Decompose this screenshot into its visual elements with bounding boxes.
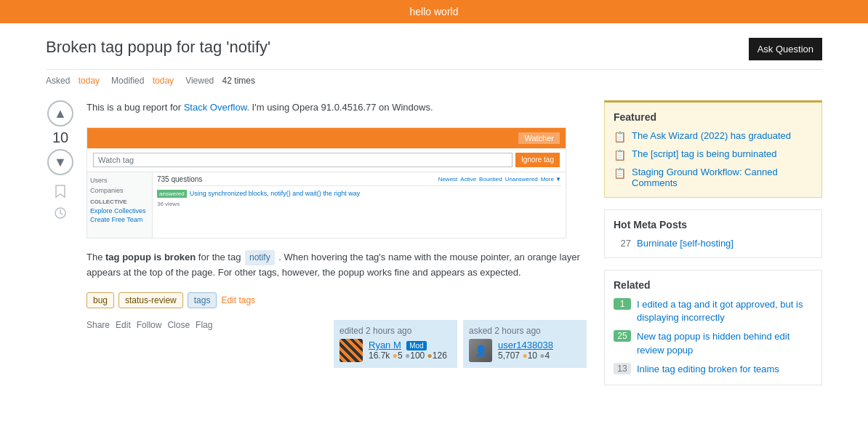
featured-list: 📋 The Ask Wizard (2022) has graduated 📋 …: [614, 130, 813, 188]
close-link[interactable]: Close: [167, 320, 190, 330]
featured-icon-3: 📋: [614, 167, 626, 179]
question-title: Broken tag popup for tag 'notify': [46, 38, 737, 57]
ss-watcher-btn[interactable]: Watcher: [518, 132, 560, 144]
related-item-3: 13 Inline tag editing broken for teams: [614, 363, 813, 376]
history-button[interactable]: [55, 207, 66, 222]
related-item-1: 1 I edited a tag and it got approved, bu…: [614, 298, 813, 324]
featured-link-1[interactable]: The Ask Wizard (2022) has graduated: [632, 130, 791, 141]
asked-user-rep: 5,707 ●10 ●4: [498, 350, 553, 361]
related-score-3: 13: [614, 363, 631, 374]
related-link-1[interactable]: I edited a tag and it got approved, but …: [637, 298, 813, 324]
question-meta: Asked today Modified today Viewed 42 tim…: [46, 76, 822, 86]
user-cards-area: edited 2 hours ago Ryan M Mod: [334, 320, 587, 368]
post-actions-area: Share Edit Follow Close Flag edited 2 ho…: [87, 320, 587, 368]
ss-left-nav: Users Companies COLLECTIVE Explore Colle…: [87, 172, 153, 238]
edit-link[interactable]: Edit: [116, 320, 131, 330]
hot-meta-box: Hot Meta Posts 27 Burninate [self-hostin…: [604, 209, 822, 258]
edited-user-rep: 16.7k ●5 ●100 ●126: [369, 350, 447, 361]
hot-meta-item-1: 27 Burninate [self-hosting]: [614, 238, 813, 249]
hot-meta-title: Hot Meta Posts: [614, 219, 813, 230]
featured-icon-2: 📋: [614, 149, 626, 161]
tags-area: bug status-review tags Edit tags: [87, 292, 587, 308]
asked-label: Asked: [46, 76, 70, 86]
modified-label: Modified: [111, 76, 144, 86]
question-body-para1: This is a bug report for Stack Overflow.…: [87, 100, 587, 116]
edit-tags-link[interactable]: Edit tags: [221, 295, 255, 305]
share-link[interactable]: Share: [87, 320, 110, 330]
tag-bug[interactable]: bug: [87, 292, 114, 308]
related-list: 1 I edited a tag and it got approved, bu…: [614, 298, 813, 376]
follow-link[interactable]: Follow: [137, 320, 162, 330]
ss-search-input[interactable]: [93, 153, 513, 167]
ask-question-button[interactable]: Ask Question: [749, 38, 822, 60]
asked-time: asked 2 hours ago: [469, 326, 581, 336]
edited-user-details: Ryan M Mod 16.7k ●5 ●100 ●126: [369, 340, 447, 361]
hot-meta-link-1[interactable]: Burninate [self-hosting]: [637, 238, 734, 249]
asked-user-details: user1438038 5,707 ●10 ●4: [498, 340, 553, 361]
ss-search-row: Ignore tag: [87, 148, 566, 172]
body-text-part1: This is a bug report for: [87, 102, 184, 113]
ss-body: Users Companies COLLECTIVE Explore Colle…: [87, 172, 566, 238]
viewed-value: 42 times: [222, 76, 255, 86]
flag-link[interactable]: Flag: [196, 320, 212, 330]
featured-link-2[interactable]: The [script] tag is being burninated: [632, 148, 776, 159]
tag-status-review[interactable]: status-review: [118, 292, 183, 308]
featured-item-3: 📋 Staging Ground Workflow: Canned Commen…: [614, 167, 813, 188]
related-score-2: 25: [614, 330, 631, 342]
asked-user-info: 👤 user1438038 5,707 ●10 ●4: [469, 339, 581, 362]
ss-follow-btn[interactable]: Ignore tag: [515, 153, 560, 167]
ss-orange-top: Watcher: [87, 128, 566, 148]
asked-user-avatar: 👤: [469, 339, 492, 362]
edited-time: edited 2 hours ago: [339, 326, 451, 336]
question-body-para2: The tag popup is broken for the tag noti…: [87, 250, 587, 281]
featured-item-2: 📋 The [script] tag is being burninated: [614, 148, 813, 161]
screenshot-image: Watcher Ignore tag Users Companies COLLE…: [87, 127, 566, 238]
tag-notify-inline: notify: [245, 250, 275, 265]
bold-text: tag popup is broken: [105, 252, 196, 262]
related-box: Related 1 I edited a tag and it got appr…: [604, 270, 822, 385]
edited-user-info: Ryan M Mod 16.7k ●5 ●100 ●126: [339, 339, 451, 362]
related-title: Related: [614, 279, 813, 291]
upvote-button[interactable]: ▲: [47, 100, 73, 127]
modified-value: today: [153, 76, 174, 86]
top-bar-title: hello world: [410, 6, 459, 17]
edited-user-name[interactable]: Ryan M: [369, 340, 401, 350]
featured-item-1: 📋 The Ask Wizard (2022) has graduated: [614, 130, 813, 143]
edited-user-card: edited 2 hours ago Ryan M Mod: [334, 320, 457, 368]
action-links: Share Edit Follow Close Flag: [87, 320, 212, 330]
tag-tags[interactable]: tags: [188, 292, 217, 308]
edited-user-avatar: [339, 339, 363, 362]
related-link-2[interactable]: New tag popup is hidden behind edit revi…: [637, 330, 813, 356]
asked-user-card: asked 2 hours ago 👤 user1438038 5,707: [463, 320, 587, 368]
related-score-1: 1: [614, 298, 631, 310]
asked-value: today: [79, 76, 100, 86]
featured-icon-1: 📋: [614, 131, 626, 143]
related-item-2: 25 New tag popup is hidden behind edit r…: [614, 330, 813, 356]
top-bar: hello world: [0, 0, 868, 23]
downvote-button[interactable]: ▼: [47, 149, 73, 175]
bookmark-button[interactable]: [55, 184, 66, 201]
vote-section: ▲ 10 ▼: [46, 100, 75, 382]
vote-count: 10: [52, 129, 68, 146]
related-link-3[interactable]: Inline tag editing broken for teams: [637, 363, 779, 376]
mod-badge: Mod: [406, 341, 426, 350]
question-content: This is a bug report for Stack Overflow.…: [87, 100, 587, 382]
featured-title: Featured: [614, 111, 813, 123]
ss-right-main: 735 questions Newest Active Bountied Una…: [153, 172, 566, 238]
featured-link-3[interactable]: Staging Ground Workflow: Canned Comments: [632, 167, 813, 188]
featured-box: Featured 📋 The Ask Wizard (2022) has gra…: [604, 100, 822, 198]
asked-user-name[interactable]: user1438038: [498, 340, 553, 350]
viewed-label: Viewed: [185, 76, 214, 86]
sidebar: Featured 📋 The Ask Wizard (2022) has gra…: [604, 100, 822, 385]
hot-meta-count-1: 27: [614, 238, 631, 249]
